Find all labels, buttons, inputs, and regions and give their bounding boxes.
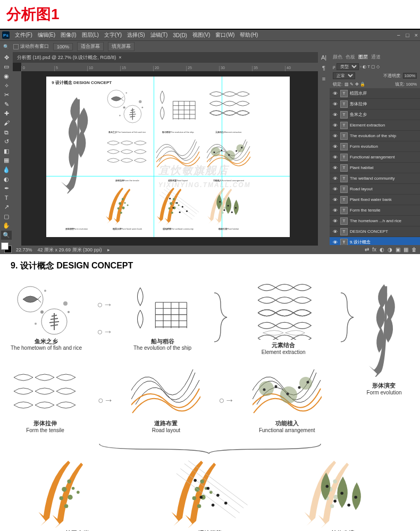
color-swatch[interactable] (1, 242, 12, 253)
fx-icon[interactable]: fx (372, 247, 376, 252)
mask-icon[interactable]: ◐ (380, 247, 384, 252)
layer-row[interactable]: 👁TForm the tensile (330, 205, 420, 216)
layer-row[interactable]: 👁T鱼米之乡 (330, 109, 420, 120)
lasso-tool[interactable]: ◉ (1, 72, 12, 81)
maximize-icon[interactable]: □ (406, 32, 409, 38)
menu-image[interactable]: 图像(I) (61, 31, 76, 39)
scroll-all-checkbox[interactable] (13, 44, 19, 49)
visibility-icon[interactable]: 👁 (332, 112, 338, 117)
layer-thumb: T (340, 207, 348, 214)
visibility-icon[interactable]: 👁 (332, 91, 338, 96)
cap-ship: 船与稻谷The evolution of the ship (133, 338, 191, 352)
fill-screen-button[interactable]: 填充屏幕 (108, 42, 135, 51)
tab-layers[interactable]: 图层 (358, 54, 368, 61)
visibility-icon[interactable]: 👁 (332, 133, 338, 139)
canvas-area[interactable]: 0510152025303540 9 设计概念 DESIGN CONCEPT 鱼… (13, 63, 318, 246)
cap-form-evo: 形体演变Form evolution (366, 382, 401, 396)
eraser-tool[interactable]: ◧ (1, 147, 12, 156)
wand-tool[interactable]: ✧ (1, 81, 12, 90)
collapsed-panels[interactable]: A| ¶ ≡ (318, 52, 330, 254)
menu-select[interactable]: 选择(S) (127, 31, 145, 39)
zoom-level[interactable]: 22.73% (16, 247, 32, 252)
shape-tool[interactable]: ▢ (1, 212, 12, 221)
group-icon[interactable]: ▣ (396, 247, 400, 252)
zoom-100-button[interactable]: 100% (53, 43, 73, 50)
layer-thumb: T (340, 90, 348, 97)
marquee-tool[interactable]: ▭ (1, 63, 12, 72)
crop-tool[interactable]: ✂ (1, 90, 12, 99)
heal-tool[interactable]: ✚ (1, 109, 12, 119)
new-icon[interactable]: ▦ (404, 247, 408, 252)
fit-screen-button[interactable]: 适合屏幕 (77, 42, 104, 51)
layer-row[interactable]: 👁TPlant fixed water bank (330, 195, 420, 205)
menu-window[interactable]: 窗口(W) (215, 31, 234, 39)
panel-icon[interactable]: A| (321, 54, 326, 61)
form-evolution-graphic (359, 281, 409, 377)
gradient-tool[interactable]: ▦ (1, 156, 12, 165)
eyedrop-tool[interactable]: ✎ (1, 100, 12, 109)
visibility-icon[interactable]: 👁 (332, 208, 338, 213)
visibility-icon[interactable]: 👁 (332, 123, 338, 128)
link-icon[interactable]: ⇄ (365, 247, 369, 252)
layer-row[interactable]: 👁TThe evolution of the ship (330, 131, 420, 141)
visibility-icon[interactable]: 👁 (332, 144, 338, 149)
opacity-value[interactable]: 100% (403, 73, 417, 79)
layer-row[interactable]: 👁TDESIGN CONCEPT (330, 226, 420, 237)
layer-filter[interactable]: 类型 (337, 63, 359, 70)
layer-row[interactable]: 👁TForm evolution (330, 141, 420, 152)
hand-tool[interactable]: ✋ (1, 222, 12, 231)
close-icon[interactable]: × (415, 32, 418, 38)
visibility-icon[interactable]: 👁 (332, 102, 338, 107)
layer-row[interactable]: 👁TRoad layout (330, 184, 420, 195)
pen-tool[interactable]: ✒ (1, 184, 12, 193)
zoom-tool[interactable]: 🔍 (1, 231, 12, 240)
layer-row[interactable]: 👁TPlant habitat (330, 163, 420, 173)
visibility-icon[interactable]: 👁 (332, 155, 338, 160)
fill-value[interactable]: 100% (406, 82, 417, 87)
path-tool[interactable]: ↗ (1, 203, 12, 212)
visibility-icon[interactable]: 👁 (332, 218, 338, 224)
layer-row[interactable]: 👁T形体拉伸 (330, 99, 420, 109)
menu-edit[interactable]: 编辑(E) (38, 31, 55, 39)
type-tool[interactable]: T (1, 193, 12, 203)
visibility-icon[interactable]: 👁 (332, 176, 338, 181)
minimize-icon[interactable]: − (397, 32, 400, 38)
visibility-icon[interactable]: 👁 (332, 240, 338, 245)
move-tool[interactable]: ✥ (1, 53, 12, 62)
arrow-icon: ○→ (97, 326, 113, 338)
tab-color[interactable]: 颜色 (333, 54, 342, 61)
trash-icon[interactable]: 🗑 (411, 247, 417, 252)
history-tool[interactable]: ↺ (1, 137, 12, 146)
layer-row[interactable]: 👁T9.设计概念 (330, 237, 420, 245)
panel-icon[interactable]: ¶ (322, 65, 325, 71)
brush-tool[interactable]: 🖌 (1, 119, 12, 128)
dodge-tool[interactable]: ◐ (1, 175, 12, 184)
layer-row[interactable]: 👁TElement extraction (330, 120, 420, 131)
tab-channels[interactable]: 通道 (371, 54, 381, 61)
menu-filter[interactable]: 滤镜(T) (150, 31, 168, 39)
visibility-icon[interactable]: 👁 (332, 187, 338, 192)
blend-mode-select[interactable]: 正常 (333, 72, 355, 79)
tab-swatch[interactable]: 色板 (346, 54, 355, 61)
document-tab[interactable]: 分析图 (18).psd @ 22.7% (9.设计概念, RGB/8) × (13, 52, 318, 63)
visibility-icon[interactable]: 👁 (332, 165, 338, 171)
menu-file[interactable]: 文件(F) (15, 31, 32, 39)
layer-row[interactable]: 👁TThe wetland community (330, 173, 420, 184)
panel-icon[interactable]: ≡ (322, 75, 325, 82)
layer-row[interactable]: 👁TThe hometown ...h and rice (330, 216, 420, 226)
menu-view[interactable]: 视图(V) (192, 31, 210, 39)
stamp-tool[interactable]: ⧉ (1, 128, 12, 137)
blur-tool[interactable]: 💧 (1, 165, 12, 174)
layer-row[interactable]: 👁TFunctional arrangement (330, 152, 420, 163)
visibility-icon[interactable]: 👁 (332, 197, 338, 203)
adj-icon[interactable]: ◑ (388, 247, 392, 252)
doc-size: 42 厘米 x 29.69 厘米 (300 ppi) (38, 247, 102, 254)
visibility-icon[interactable]: 👁 (332, 229, 338, 234)
menu-type[interactable]: 文字(Y) (104, 31, 122, 39)
layer-list[interactable]: 👁T植固水岸👁T形体拉伸👁T鱼米之乡👁TElement extraction👁T… (330, 88, 420, 245)
layer-row[interactable]: 👁T植固水岸 (330, 88, 420, 99)
menu-3d[interactable]: 3D(D) (173, 32, 187, 38)
menu-layer[interactable]: 图层(L) (82, 31, 99, 39)
document-canvas[interactable]: 9 设计概念 DESIGN CONCEPT 鱼米之乡The hometown o… (46, 77, 290, 237)
menu-help[interactable]: 帮助(H) (240, 31, 258, 39)
